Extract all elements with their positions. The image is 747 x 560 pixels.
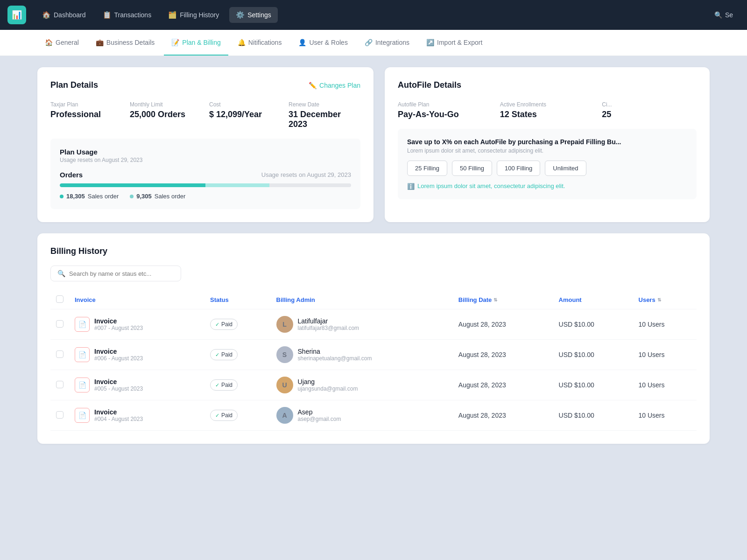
stat-2: 9,305 Sales order	[130, 193, 185, 200]
user-roles-icon: 👤	[298, 39, 306, 46]
billing-date-cell: August 28, 2023	[453, 309, 553, 340]
amount-cell: USD $10.00	[553, 400, 633, 431]
status-cell: ✓ Paid	[204, 340, 271, 370]
orders-label: Orders	[60, 171, 83, 179]
plan-details-card: Plan Details ✏️ Changes Plan Taxjar Plan…	[37, 67, 374, 222]
plan-usage-title: Plan Usage	[60, 148, 351, 156]
status-label: Paid	[221, 321, 233, 328]
users-value: 10 Users	[639, 321, 665, 328]
monthly-limit-label: Monthly Limit	[130, 101, 202, 108]
integrations-icon: 🔗	[365, 39, 373, 46]
status-label: Paid	[221, 351, 233, 358]
subnav-business-details[interactable]: 💼 Business Details	[88, 30, 162, 56]
logo[interactable]: 📊	[7, 6, 26, 24]
monthly-limit-value: 25,000 Orders	[130, 110, 202, 119]
amount-header-label: Amount	[559, 296, 582, 303]
table-row: 📄 Invoice #004 - August 2023 ✓ Paid A	[50, 400, 697, 431]
row-checkbox-cell	[50, 370, 69, 400]
filling-btn-25[interactable]: 25 Filling	[407, 161, 447, 176]
subnav-general-label: General	[56, 39, 79, 46]
search-bar[interactable]: 🔍	[50, 266, 181, 281]
search-button[interactable]: 🔍 Se	[708, 7, 740, 22]
amount-cell: USD $10.00	[553, 309, 633, 340]
billing-date-header-label: Billing Date	[458, 296, 492, 303]
dot-dark	[60, 195, 63, 198]
usage-stats: 18,305 Sales order 9,305 Sales order	[60, 193, 351, 200]
cards-row: Plan Details ✏️ Changes Plan Taxjar Plan…	[37, 67, 710, 222]
nav-item-settings[interactable]: ⚙️ Settings	[229, 7, 278, 23]
status-label: Paid	[221, 412, 233, 419]
invoice-file-icon: 📄	[75, 408, 90, 423]
avatar: A	[276, 407, 293, 424]
nav-item-transactions[interactable]: 📋 Transactions	[96, 7, 158, 23]
active-enrollments-value: 12 States	[500, 110, 595, 119]
cost-item: Cost $ 12,099/Year	[209, 101, 281, 129]
subnav-plan-billing[interactable]: 📝 Plan & Billing	[164, 30, 228, 56]
admin-name: Asep	[298, 408, 341, 416]
sort-icon-users: ⇅	[657, 297, 661, 302]
nav-item-dashboard[interactable]: 🏠 Dashboard	[35, 7, 92, 23]
invoice-number: #007 - August 2023	[94, 325, 143, 331]
users-value: 10 Users	[639, 351, 665, 358]
edit-icon: ✏️	[309, 82, 317, 89]
search-label: Se	[725, 11, 733, 19]
billing-table: Invoice Status Billing Admin Billing Dat…	[50, 291, 697, 431]
status-badge: ✓ Paid	[210, 319, 238, 330]
filling-btn-unlimited[interactable]: Unlimited	[545, 161, 586, 176]
invoice-number: #004 - August 2023	[94, 416, 143, 422]
admin-name: Latifulfajar	[298, 317, 359, 325]
plan-card-header: Plan Details ✏️ Changes Plan	[50, 80, 360, 90]
col-amount-header: Amount	[553, 291, 633, 309]
plan-billing-icon: 📝	[171, 39, 179, 46]
promo-note: ℹ️ Lorem ipsum dolor sit amet, consectet…	[407, 182, 687, 190]
import-export-icon: ↗️	[426, 39, 434, 46]
users-cell: 10 Users	[633, 400, 697, 431]
users-cell: 10 Users	[633, 309, 697, 340]
filling-btn-100[interactable]: 100 Filling	[497, 161, 540, 176]
row-checkbox[interactable]	[56, 320, 63, 328]
row-checkbox-cell	[50, 400, 69, 431]
invoice-file-icon: 📄	[75, 347, 90, 362]
row-checkbox[interactable]	[56, 381, 63, 388]
col-status-header: Status	[204, 291, 271, 309]
admin-email: latifulfajar83@gmail.com	[298, 325, 359, 331]
subnav-notifications[interactable]: 🔔 Nitifications	[230, 30, 289, 56]
subnav-integrations[interactable]: 🔗 Integrations	[357, 30, 417, 56]
active-enrollments-item: Active Enrollments 12 States	[500, 101, 595, 119]
billing-date-sort[interactable]: Billing Date ⇅	[458, 296, 498, 303]
subnav-user-roles[interactable]: 👤 User & Roles	[291, 30, 355, 56]
search-input[interactable]	[69, 270, 174, 277]
subnav-user-roles-label: User & Roles	[309, 39, 347, 46]
subnav-general[interactable]: 🏠 General	[37, 30, 86, 56]
nav-item-filling-history[interactable]: 🗂️ Filling History	[162, 7, 226, 23]
users-sort[interactable]: Users ⇅	[639, 296, 661, 303]
users-value: 10 Users	[639, 381, 665, 389]
top-navigation: 📊 🏠 Dashboard 📋 Transactions 🗂️ Filling …	[0, 0, 747, 30]
status-cell: ✓ Paid	[204, 309, 271, 340]
usage-label-row: Orders Usage resets on August 29, 2023	[60, 171, 351, 179]
avatar: S	[276, 346, 293, 363]
cost-label: Cost	[209, 101, 281, 108]
header-checkbox[interactable]	[56, 295, 63, 303]
billing-admin-header-label: Billing Admin	[276, 296, 315, 303]
autofile-details-card: AutoFile Details Autofile Plan Pay-As-Yo…	[385, 67, 710, 222]
invoice-cell: 📄 Invoice #006 - August 2023	[69, 340, 204, 370]
col-users-header[interactable]: Users ⇅	[633, 291, 697, 309]
invoice-number: #005 - August 2023	[94, 385, 143, 392]
general-icon: 🏠	[45, 39, 53, 46]
renew-date-value: 31 December 2023	[289, 110, 360, 129]
invoice-cell: 📄 Invoice #007 - August 2023	[69, 309, 204, 340]
admin-email: asep@gmail.com	[298, 416, 341, 422]
check-icon: ✓	[215, 382, 219, 388]
billing-history-card: Billing History 🔍 Invoice Status	[37, 233, 710, 444]
col-billing-date-header[interactable]: Billing Date ⇅	[453, 291, 553, 309]
row-checkbox[interactable]	[56, 411, 63, 419]
billing-date-cell: August 28, 2023	[453, 340, 553, 370]
filling-btn-50[interactable]: 50 Filling	[452, 161, 492, 176]
subnav-plan-billing-label: Plan & Billing	[182, 39, 221, 46]
active-enrollments-label: Active Enrollments	[500, 101, 595, 108]
status-cell: ✓ Paid	[204, 370, 271, 400]
changes-plan-button[interactable]: ✏️ Changes Plan	[309, 82, 360, 89]
subnav-import-export[interactable]: ↗️ Import & Export	[419, 30, 490, 56]
row-checkbox[interactable]	[56, 350, 63, 358]
